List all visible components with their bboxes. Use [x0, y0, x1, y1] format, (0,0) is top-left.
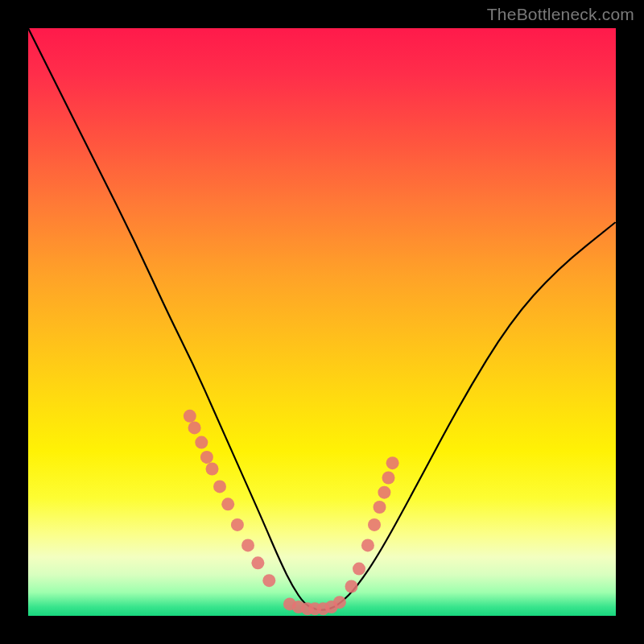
highlight-dot [213, 480, 226, 493]
highlight-dot [345, 580, 358, 593]
highlight-dot [231, 518, 244, 531]
highlight-dot [251, 556, 264, 569]
highlight-dot [361, 539, 374, 551]
highlight-dot [378, 486, 390, 499]
highlight-dot [386, 456, 399, 469]
highlight-dot [242, 539, 254, 551]
plot-area [28, 28, 616, 616]
highlight-dot [353, 563, 365, 576]
highlight-dot [262, 574, 275, 587]
chart-svg [28, 28, 616, 616]
highlight-dot [184, 410, 196, 423]
highlight-dot [188, 421, 201, 434]
chart-frame: TheBottleneck.com [0, 0, 644, 644]
bottleneck-curve [28, 28, 616, 610]
highlight-dot [374, 501, 386, 514]
highlight-dot [221, 497, 234, 510]
watermark-text: TheBottleneck.com [487, 5, 634, 24]
highlight-dot [382, 472, 395, 485]
highlight-dot [200, 451, 213, 464]
highlight-dot [368, 518, 381, 531]
highlight-dot [206, 463, 219, 476]
highlight-dot [333, 596, 346, 609]
highlight-dot [195, 436, 208, 449]
